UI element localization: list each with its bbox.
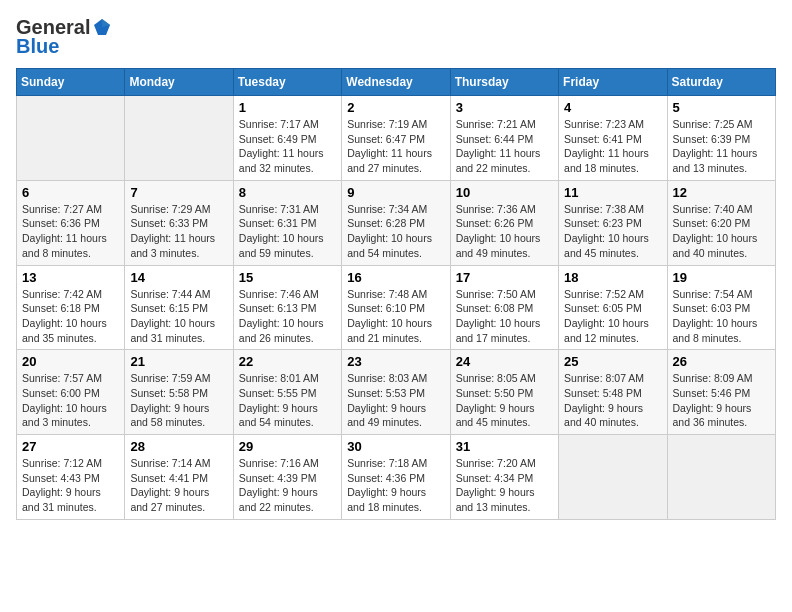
day-detail: Sunrise: 7:57 AM Sunset: 6:00 PM Dayligh… — [22, 371, 119, 430]
calendar-cell: 9Sunrise: 7:34 AM Sunset: 6:28 PM Daylig… — [342, 180, 450, 265]
day-number: 17 — [456, 270, 553, 285]
day-detail: Sunrise: 8:09 AM Sunset: 5:46 PM Dayligh… — [673, 371, 770, 430]
day-detail: Sunrise: 7:38 AM Sunset: 6:23 PM Dayligh… — [564, 202, 661, 261]
day-number: 23 — [347, 354, 444, 369]
calendar-cell: 14Sunrise: 7:44 AM Sunset: 6:15 PM Dayli… — [125, 265, 233, 350]
day-detail: Sunrise: 7:44 AM Sunset: 6:15 PM Dayligh… — [130, 287, 227, 346]
day-number: 2 — [347, 100, 444, 115]
day-detail: Sunrise: 7:19 AM Sunset: 6:47 PM Dayligh… — [347, 117, 444, 176]
day-detail: Sunrise: 7:14 AM Sunset: 4:41 PM Dayligh… — [130, 456, 227, 515]
calendar-cell — [559, 435, 667, 520]
page-header: General Blue — [16, 16, 776, 58]
day-number: 25 — [564, 354, 661, 369]
calendar-cell: 20Sunrise: 7:57 AM Sunset: 6:00 PM Dayli… — [17, 350, 125, 435]
calendar-cell: 31Sunrise: 7:20 AM Sunset: 4:34 PM Dayli… — [450, 435, 558, 520]
day-number: 9 — [347, 185, 444, 200]
day-number: 29 — [239, 439, 336, 454]
calendar-cell: 17Sunrise: 7:50 AM Sunset: 6:08 PM Dayli… — [450, 265, 558, 350]
calendar-cell: 16Sunrise: 7:48 AM Sunset: 6:10 PM Dayli… — [342, 265, 450, 350]
day-detail: Sunrise: 7:42 AM Sunset: 6:18 PM Dayligh… — [22, 287, 119, 346]
day-detail: Sunrise: 7:36 AM Sunset: 6:26 PM Dayligh… — [456, 202, 553, 261]
calendar-cell: 26Sunrise: 8:09 AM Sunset: 5:46 PM Dayli… — [667, 350, 775, 435]
calendar-cell: 23Sunrise: 8:03 AM Sunset: 5:53 PM Dayli… — [342, 350, 450, 435]
day-number: 30 — [347, 439, 444, 454]
day-detail: Sunrise: 7:31 AM Sunset: 6:31 PM Dayligh… — [239, 202, 336, 261]
calendar-cell: 12Sunrise: 7:40 AM Sunset: 6:20 PM Dayli… — [667, 180, 775, 265]
day-detail: Sunrise: 7:27 AM Sunset: 6:36 PM Dayligh… — [22, 202, 119, 261]
calendar-cell — [667, 435, 775, 520]
week-row-4: 20Sunrise: 7:57 AM Sunset: 6:00 PM Dayli… — [17, 350, 776, 435]
logo-flag-icon — [92, 17, 112, 37]
calendar-cell: 8Sunrise: 7:31 AM Sunset: 6:31 PM Daylig… — [233, 180, 341, 265]
calendar-cell: 29Sunrise: 7:16 AM Sunset: 4:39 PM Dayli… — [233, 435, 341, 520]
day-number: 11 — [564, 185, 661, 200]
day-header-monday: Monday — [125, 69, 233, 96]
day-header-sunday: Sunday — [17, 69, 125, 96]
day-number: 7 — [130, 185, 227, 200]
calendar-cell: 25Sunrise: 8:07 AM Sunset: 5:48 PM Dayli… — [559, 350, 667, 435]
day-header-thursday: Thursday — [450, 69, 558, 96]
calendar-cell: 15Sunrise: 7:46 AM Sunset: 6:13 PM Dayli… — [233, 265, 341, 350]
day-number: 27 — [22, 439, 119, 454]
calendar-cell: 21Sunrise: 7:59 AM Sunset: 5:58 PM Dayli… — [125, 350, 233, 435]
calendar-cell: 19Sunrise: 7:54 AM Sunset: 6:03 PM Dayli… — [667, 265, 775, 350]
calendar-cell: 18Sunrise: 7:52 AM Sunset: 6:05 PM Dayli… — [559, 265, 667, 350]
calendar-cell: 24Sunrise: 8:05 AM Sunset: 5:50 PM Dayli… — [450, 350, 558, 435]
calendar-cell: 7Sunrise: 7:29 AM Sunset: 6:33 PM Daylig… — [125, 180, 233, 265]
week-row-1: 1Sunrise: 7:17 AM Sunset: 6:49 PM Daylig… — [17, 96, 776, 181]
day-header-friday: Friday — [559, 69, 667, 96]
day-detail: Sunrise: 7:34 AM Sunset: 6:28 PM Dayligh… — [347, 202, 444, 261]
day-number: 22 — [239, 354, 336, 369]
day-number: 5 — [673, 100, 770, 115]
day-number: 12 — [673, 185, 770, 200]
week-row-5: 27Sunrise: 7:12 AM Sunset: 4:43 PM Dayli… — [17, 435, 776, 520]
day-number: 28 — [130, 439, 227, 454]
day-number: 1 — [239, 100, 336, 115]
day-number: 26 — [673, 354, 770, 369]
day-header-saturday: Saturday — [667, 69, 775, 96]
calendar-cell: 1Sunrise: 7:17 AM Sunset: 6:49 PM Daylig… — [233, 96, 341, 181]
calendar-header-row: SundayMondayTuesdayWednesdayThursdayFrid… — [17, 69, 776, 96]
calendar-cell: 5Sunrise: 7:25 AM Sunset: 6:39 PM Daylig… — [667, 96, 775, 181]
day-header-tuesday: Tuesday — [233, 69, 341, 96]
day-number: 24 — [456, 354, 553, 369]
day-detail: Sunrise: 7:40 AM Sunset: 6:20 PM Dayligh… — [673, 202, 770, 261]
calendar-table: SundayMondayTuesdayWednesdayThursdayFrid… — [16, 68, 776, 520]
calendar-cell: 10Sunrise: 7:36 AM Sunset: 6:26 PM Dayli… — [450, 180, 558, 265]
day-number: 3 — [456, 100, 553, 115]
calendar-cell: 13Sunrise: 7:42 AM Sunset: 6:18 PM Dayli… — [17, 265, 125, 350]
day-detail: Sunrise: 7:52 AM Sunset: 6:05 PM Dayligh… — [564, 287, 661, 346]
day-detail: Sunrise: 7:48 AM Sunset: 6:10 PM Dayligh… — [347, 287, 444, 346]
day-detail: Sunrise: 8:05 AM Sunset: 5:50 PM Dayligh… — [456, 371, 553, 430]
day-number: 18 — [564, 270, 661, 285]
day-number: 14 — [130, 270, 227, 285]
day-header-wednesday: Wednesday — [342, 69, 450, 96]
day-number: 4 — [564, 100, 661, 115]
day-detail: Sunrise: 7:23 AM Sunset: 6:41 PM Dayligh… — [564, 117, 661, 176]
calendar-cell: 11Sunrise: 7:38 AM Sunset: 6:23 PM Dayli… — [559, 180, 667, 265]
day-number: 31 — [456, 439, 553, 454]
calendar-cell: 27Sunrise: 7:12 AM Sunset: 4:43 PM Dayli… — [17, 435, 125, 520]
day-detail: Sunrise: 7:16 AM Sunset: 4:39 PM Dayligh… — [239, 456, 336, 515]
calendar-cell: 30Sunrise: 7:18 AM Sunset: 4:36 PM Dayli… — [342, 435, 450, 520]
day-number: 10 — [456, 185, 553, 200]
day-detail: Sunrise: 7:17 AM Sunset: 6:49 PM Dayligh… — [239, 117, 336, 176]
day-detail: Sunrise: 7:12 AM Sunset: 4:43 PM Dayligh… — [22, 456, 119, 515]
day-detail: Sunrise: 7:46 AM Sunset: 6:13 PM Dayligh… — [239, 287, 336, 346]
logo: General Blue — [16, 16, 112, 58]
day-number: 15 — [239, 270, 336, 285]
day-number: 6 — [22, 185, 119, 200]
logo-blue-text: Blue — [16, 35, 59, 58]
calendar-cell: 22Sunrise: 8:01 AM Sunset: 5:55 PM Dayli… — [233, 350, 341, 435]
calendar-cell: 3Sunrise: 7:21 AM Sunset: 6:44 PM Daylig… — [450, 96, 558, 181]
day-detail: Sunrise: 7:29 AM Sunset: 6:33 PM Dayligh… — [130, 202, 227, 261]
calendar-cell: 4Sunrise: 7:23 AM Sunset: 6:41 PM Daylig… — [559, 96, 667, 181]
day-detail: Sunrise: 7:59 AM Sunset: 5:58 PM Dayligh… — [130, 371, 227, 430]
day-number: 21 — [130, 354, 227, 369]
day-detail: Sunrise: 7:20 AM Sunset: 4:34 PM Dayligh… — [456, 456, 553, 515]
day-detail: Sunrise: 7:25 AM Sunset: 6:39 PM Dayligh… — [673, 117, 770, 176]
day-number: 20 — [22, 354, 119, 369]
day-detail: Sunrise: 8:07 AM Sunset: 5:48 PM Dayligh… — [564, 371, 661, 430]
calendar-cell — [17, 96, 125, 181]
week-row-2: 6Sunrise: 7:27 AM Sunset: 6:36 PM Daylig… — [17, 180, 776, 265]
